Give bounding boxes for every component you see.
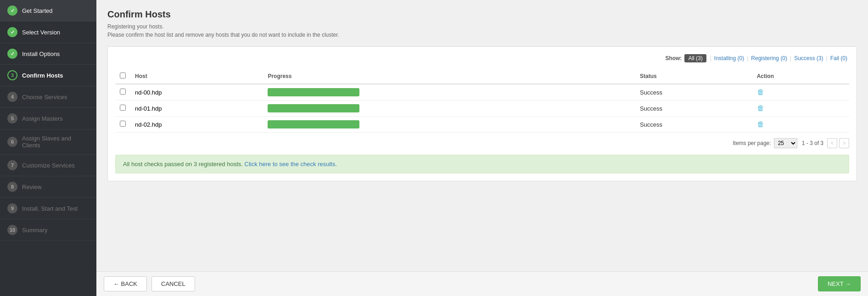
filter-installing[interactable]: Installing (0) — [714, 55, 744, 61]
pagination-info: 1 - 3 of 3 — [802, 140, 823, 146]
success-text: All host checks passed on 3 registered h… — [123, 161, 243, 168]
step-badge-summary: 10 — [7, 225, 17, 235]
subtitle-line1: Registering your hosts. — [107, 23, 164, 30]
sidebar-label-get-started: Get Started — [22, 7, 52, 14]
filter-fail[interactable]: Fail (0) — [830, 55, 847, 61]
progress-cell-1 — [263, 84, 635, 101]
host-name-3: nd-02.hdp — [130, 117, 263, 133]
sidebar-label-summary: Summary — [22, 227, 48, 234]
main-content: Confirm Hosts Registering your hosts. Pl… — [96, 0, 868, 296]
col-action: Action — [752, 69, 849, 84]
step-badge-assign-masters: 5 — [7, 113, 17, 123]
sidebar-label-customize-services: Customize Services — [22, 162, 75, 169]
sidebar-item-assign-slaves[interactable]: 6 Assign Slaves and Clients — [0, 129, 96, 155]
sidebar-label-assign-slaves: Assign Slaves and Clients — [22, 135, 89, 149]
sidebar-item-assign-masters[interactable]: 5 Assign Masters — [0, 108, 96, 129]
show-label: Show: — [665, 55, 682, 61]
action-2[interactable]: 🗑 — [752, 101, 849, 117]
sidebar-item-summary[interactable]: 10 Summary — [0, 219, 96, 241]
row-checkbox-1[interactable] — [115, 84, 130, 101]
step-badge-select-version: ✓ — [7, 27, 17, 37]
sidebar-item-review[interactable]: 8 Review — [0, 176, 96, 198]
sidebar-item-install-options[interactable]: ✓ Install Options — [0, 43, 96, 65]
sidebar-label-assign-masters: Assign Masters — [22, 115, 63, 122]
row-checkbox-2[interactable] — [115, 101, 130, 117]
host-name-1: nd-00.hdp — [130, 84, 263, 101]
progress-bar-bg-1 — [268, 88, 359, 96]
prev-page-button[interactable]: < — [827, 138, 837, 148]
page-subtitle: Registering your hosts. Please confirm t… — [107, 22, 857, 39]
per-page-select[interactable]: 25 50 100 — [774, 138, 797, 148]
step-badge-confirm-hosts: 3 — [7, 70, 17, 80]
progress-bar-fill-2 — [268, 104, 359, 112]
row-checkbox-3[interactable] — [115, 117, 130, 133]
subtitle-line2: Please confirm the host list and remove … — [107, 32, 339, 38]
progress-bar-bg-3 — [268, 120, 359, 128]
col-status: Status — [635, 69, 752, 84]
col-host: Host — [130, 69, 263, 84]
sidebar-item-confirm-hosts[interactable]: 3 Confirm Hosts — [0, 65, 96, 86]
next-page-button[interactable]: > — [839, 138, 849, 148]
select-all-checkbox[interactable] — [120, 73, 126, 78]
table-row: nd-01.hdp Success 🗑 — [115, 101, 849, 117]
footer-left: ← BACK CANCEL — [104, 276, 195, 291]
table-row: nd-00.hdp Success 🗑 — [115, 84, 849, 101]
progress-bar-bg-2 — [268, 104, 359, 112]
sidebar-label-confirm-hosts: Confirm Hosts — [22, 72, 63, 79]
action-1[interactable]: 🗑 — [752, 84, 849, 101]
main-panel: Show: All (3) | Installing (0) | Registe… — [107, 46, 857, 181]
progress-cell-2 — [263, 101, 635, 117]
sidebar: ✓ Get Started ✓ Select Version ✓ Install… — [0, 0, 96, 296]
sidebar-label-install-start-test: Install, Start and Test — [22, 205, 78, 212]
host-name-2: nd-01.hdp — [130, 101, 263, 117]
sidebar-item-choose-services[interactable]: 4 Choose Services — [0, 86, 96, 108]
progress-bar-fill-3 — [268, 120, 359, 128]
sidebar-label-review: Review — [22, 184, 42, 190]
status-2: Success — [635, 101, 752, 117]
cancel-button[interactable]: CANCEL — [151, 276, 195, 291]
step-badge-install-options: ✓ — [7, 49, 17, 59]
back-button[interactable]: ← BACK — [104, 276, 147, 291]
sidebar-item-get-started[interactable]: ✓ Get Started — [0, 0, 96, 22]
sidebar-label-choose-services: Choose Services — [22, 94, 67, 101]
progress-bar-fill-1 — [268, 88, 359, 96]
step-badge-choose-services: 4 — [7, 92, 17, 102]
filter-registering[interactable]: Registering (0) — [751, 55, 787, 61]
table-row: nd-02.hdp Success 🗑 — [115, 117, 849, 133]
footer: ← BACK CANCEL NEXT → — [96, 271, 868, 296]
step-badge-get-started: ✓ — [7, 6, 17, 16]
delete-icon-3[interactable]: 🗑 — [757, 120, 764, 128]
check-results-link[interactable]: Click here to see the check results. — [245, 161, 337, 168]
sidebar-label-select-version: Select Version — [22, 29, 60, 36]
action-3[interactable]: 🗑 — [752, 117, 849, 133]
per-page-label: Items per page: — [733, 140, 771, 146]
sidebar-item-install-start-test[interactable]: 9 Install, Start and Test — [0, 198, 96, 219]
page-title: Confirm Hosts — [107, 9, 857, 20]
step-badge-customize-services: 7 — [7, 160, 17, 170]
step-badge-install-start-test: 9 — [7, 203, 17, 213]
sidebar-label-install-options: Install Options — [22, 50, 60, 57]
filter-success[interactable]: Success (3) — [794, 55, 823, 61]
sidebar-item-select-version[interactable]: ✓ Select Version — [0, 22, 96, 43]
col-progress: Progress — [263, 69, 635, 84]
content-body: Confirm Hosts Registering your hosts. Pl… — [96, 0, 868, 271]
filter-bar: Show: All (3) | Installing (0) | Registe… — [115, 54, 849, 62]
pagination-nav: < > — [827, 138, 849, 148]
col-checkbox — [115, 69, 130, 84]
status-3: Success — [635, 117, 752, 133]
step-badge-assign-slaves: 6 — [7, 137, 17, 147]
host-table: Host Progress Status Action nd-00.hdp — [115, 69, 849, 133]
sidebar-item-customize-services[interactable]: 7 Customize Services — [0, 155, 96, 176]
filter-all[interactable]: All (3) — [684, 54, 706, 62]
delete-icon-2[interactable]: 🗑 — [757, 104, 764, 112]
progress-cell-3 — [263, 117, 635, 133]
next-button[interactable]: NEXT → — [818, 276, 861, 291]
success-message: All host checks passed on 3 registered h… — [115, 155, 849, 173]
status-1: Success — [635, 84, 752, 101]
delete-icon-1[interactable]: 🗑 — [757, 88, 764, 96]
step-badge-review: 8 — [7, 182, 17, 192]
pagination-row: Items per page: 25 50 100 1 - 3 of 3 < > — [115, 138, 849, 148]
